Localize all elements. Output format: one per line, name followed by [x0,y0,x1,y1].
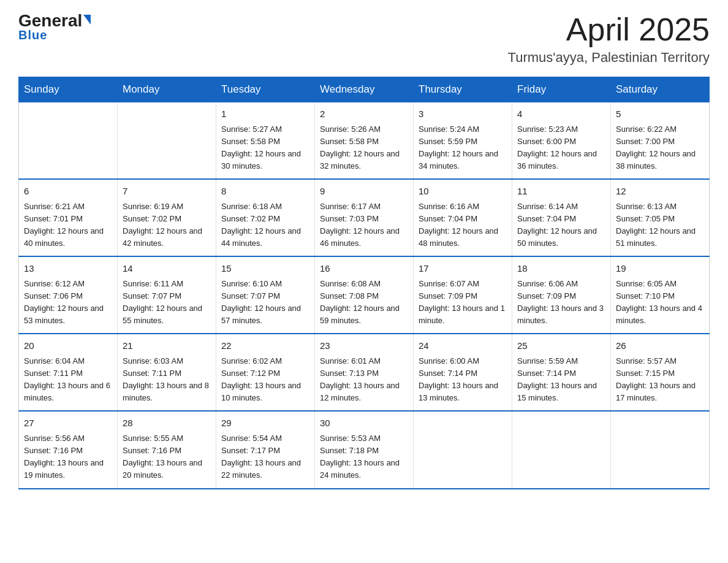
page-title: April 2025 [508,12,710,47]
day-info: Sunrise: 5:27 AM Sunset: 5:58 PM Dayligh… [221,123,309,173]
calendar-cell [118,102,216,180]
calendar-cell: 23Sunrise: 6:01 AM Sunset: 7:13 PM Dayli… [315,334,414,411]
calendar-week-row: 27Sunrise: 5:56 AM Sunset: 7:16 PM Dayli… [19,411,710,488]
calendar-cell: 29Sunrise: 5:54 AM Sunset: 7:17 PM Dayli… [216,411,315,488]
calendar-week-row: 20Sunrise: 6:04 AM Sunset: 7:11 PM Dayli… [19,334,710,411]
day-info: Sunrise: 6:16 AM Sunset: 7:04 PM Dayligh… [419,201,507,250]
title-block: April 2025 Turmus'ayya, Palestinian Terr… [508,12,710,66]
calendar-cell: 11Sunrise: 6:14 AM Sunset: 7:04 PM Dayli… [512,179,611,256]
calendar-cell: 22Sunrise: 6:02 AM Sunset: 7:12 PM Dayli… [216,334,315,411]
calendar-week-row: 13Sunrise: 6:12 AM Sunset: 7:06 PM Dayli… [19,256,710,334]
logo-blue: Blue [18,28,47,42]
day-info: Sunrise: 6:17 AM Sunset: 7:03 PM Dayligh… [320,201,408,250]
day-info: Sunrise: 6:00 AM Sunset: 7:14 PM Dayligh… [419,355,507,405]
day-number: 3 [419,107,507,121]
day-number: 5 [616,107,704,121]
day-number: 19 [616,262,704,276]
day-number: 13 [24,262,112,276]
calendar-cell: 13Sunrise: 6:12 AM Sunset: 7:06 PM Dayli… [19,256,118,334]
day-info: Sunrise: 6:10 AM Sunset: 7:07 PM Dayligh… [221,278,309,327]
calendar-cell: 14Sunrise: 6:11 AM Sunset: 7:07 PM Dayli… [118,256,216,334]
weekday-header-thursday: Thursday [414,77,512,102]
calendar-cell [414,411,512,488]
day-info: Sunrise: 5:23 AM Sunset: 6:00 PM Dayligh… [517,123,605,173]
calendar-cell: 26Sunrise: 5:57 AM Sunset: 7:15 PM Dayli… [611,334,710,411]
calendar-cell: 10Sunrise: 6:16 AM Sunset: 7:04 PM Dayli… [414,179,512,256]
day-number: 14 [123,262,211,276]
weekday-row: SundayMondayTuesdayWednesdayThursdayFrid… [19,77,710,102]
calendar-cell [512,411,611,488]
calendar-cell: 25Sunrise: 5:59 AM Sunset: 7:14 PM Dayli… [512,334,611,411]
calendar-week-row: 6Sunrise: 6:21 AM Sunset: 7:01 PM Daylig… [19,179,710,256]
day-number: 28 [123,416,211,431]
day-info: Sunrise: 5:55 AM Sunset: 7:16 PM Dayligh… [123,432,211,482]
calendar-cell: 21Sunrise: 6:03 AM Sunset: 7:11 PM Dayli… [118,334,216,411]
day-number: 25 [517,339,605,353]
calendar-cell: 1Sunrise: 5:27 AM Sunset: 5:58 PM Daylig… [216,102,315,180]
day-number: 11 [517,185,605,199]
day-info: Sunrise: 6:19 AM Sunset: 7:02 PM Dayligh… [123,201,211,250]
calendar-cell: 2Sunrise: 5:26 AM Sunset: 5:58 PM Daylig… [315,102,414,180]
day-number: 27 [24,416,112,431]
calendar-cell [611,411,710,488]
day-number: 10 [419,185,507,199]
day-number: 22 [221,339,309,353]
day-info: Sunrise: 6:07 AM Sunset: 7:09 PM Dayligh… [419,278,507,327]
calendar-cell: 17Sunrise: 6:07 AM Sunset: 7:09 PM Dayli… [414,256,512,334]
day-number: 4 [517,107,605,121]
calendar-cell: 16Sunrise: 6:08 AM Sunset: 7:08 PM Dayli… [315,256,414,334]
calendar-cell: 24Sunrise: 6:00 AM Sunset: 7:14 PM Dayli… [414,334,512,411]
day-number: 18 [517,262,605,276]
day-info: Sunrise: 6:18 AM Sunset: 7:02 PM Dayligh… [221,201,309,250]
day-number: 23 [320,339,408,353]
calendar-cell: 15Sunrise: 6:10 AM Sunset: 7:07 PM Dayli… [216,256,315,334]
day-info: Sunrise: 6:11 AM Sunset: 7:07 PM Dayligh… [123,278,211,327]
weekday-header-tuesday: Tuesday [216,77,315,102]
calendar-body: 1Sunrise: 5:27 AM Sunset: 5:58 PM Daylig… [19,102,710,489]
calendar-cell: 12Sunrise: 6:13 AM Sunset: 7:05 PM Dayli… [611,179,710,256]
logo-general: General [18,12,91,29]
day-number: 24 [419,339,507,353]
day-info: Sunrise: 6:04 AM Sunset: 7:11 PM Dayligh… [24,355,112,405]
logo: General Blue [18,12,91,42]
day-info: Sunrise: 6:08 AM Sunset: 7:08 PM Dayligh… [320,278,408,327]
day-info: Sunrise: 6:22 AM Sunset: 7:00 PM Dayligh… [616,123,704,173]
day-info: Sunrise: 5:53 AM Sunset: 7:18 PM Dayligh… [320,432,408,482]
day-info: Sunrise: 5:59 AM Sunset: 7:14 PM Dayligh… [517,355,605,405]
day-info: Sunrise: 6:01 AM Sunset: 7:13 PM Dayligh… [320,355,408,405]
calendar-cell: 3Sunrise: 5:24 AM Sunset: 5:59 PM Daylig… [414,102,512,180]
calendar-cell: 30Sunrise: 5:53 AM Sunset: 7:18 PM Dayli… [315,411,414,488]
day-number: 16 [320,262,408,276]
day-info: Sunrise: 5:24 AM Sunset: 5:59 PM Dayligh… [419,123,507,173]
calendar-cell: 18Sunrise: 6:06 AM Sunset: 7:09 PM Dayli… [512,256,611,334]
weekday-header-wednesday: Wednesday [315,77,414,102]
calendar-cell: 20Sunrise: 6:04 AM Sunset: 7:11 PM Dayli… [19,334,118,411]
day-number: 15 [221,262,309,276]
day-info: Sunrise: 6:03 AM Sunset: 7:11 PM Dayligh… [123,355,211,405]
page-header: General Blue April 2025 Turmus'ayya, Pal… [18,12,710,66]
calendar-table: SundayMondayTuesdayWednesdayThursdayFrid… [18,77,710,489]
day-number: 1 [221,107,309,121]
weekday-header-friday: Friday [512,77,611,102]
day-info: Sunrise: 6:21 AM Sunset: 7:01 PM Dayligh… [24,201,112,250]
calendar-cell: 6Sunrise: 6:21 AM Sunset: 7:01 PM Daylig… [19,179,118,256]
day-number: 20 [24,339,112,353]
calendar-cell: 27Sunrise: 5:56 AM Sunset: 7:16 PM Dayli… [19,411,118,488]
day-number: 29 [221,416,309,431]
day-number: 7 [123,185,211,199]
weekday-header-saturday: Saturday [611,77,710,102]
calendar-cell: 9Sunrise: 6:17 AM Sunset: 7:03 PM Daylig… [315,179,414,256]
day-number: 30 [320,416,408,431]
day-info: Sunrise: 6:12 AM Sunset: 7:06 PM Dayligh… [24,278,112,327]
calendar-week-row: 1Sunrise: 5:27 AM Sunset: 5:58 PM Daylig… [19,102,710,180]
day-number: 12 [616,185,704,199]
calendar-cell [19,102,118,180]
calendar-cell: 8Sunrise: 6:18 AM Sunset: 7:02 PM Daylig… [216,179,315,256]
day-info: Sunrise: 6:13 AM Sunset: 7:05 PM Dayligh… [616,201,704,250]
calendar-cell: 4Sunrise: 5:23 AM Sunset: 6:00 PM Daylig… [512,102,611,180]
day-number: 21 [123,339,211,353]
day-info: Sunrise: 6:14 AM Sunset: 7:04 PM Dayligh… [517,201,605,250]
weekday-header-monday: Monday [118,77,216,102]
day-info: Sunrise: 5:57 AM Sunset: 7:15 PM Dayligh… [616,355,704,405]
day-number: 6 [24,185,112,199]
